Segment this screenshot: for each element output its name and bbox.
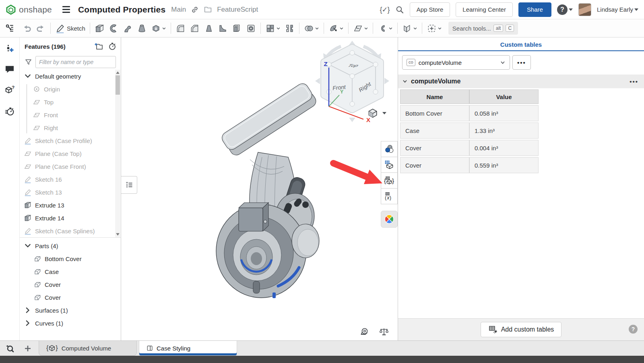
new-folder-icon[interactable] <box>94 42 103 51</box>
section-options-icon[interactable]: ••• <box>630 78 638 85</box>
tree-item[interactable]: Right <box>20 121 121 134</box>
tree-item-label: Origin <box>44 86 60 93</box>
model-viewport[interactable]: Top Front Right Z X Y <box>121 37 398 340</box>
part-item-label: Cover <box>45 281 61 288</box>
configurations-icon[interactable] <box>4 43 15 54</box>
modify-surface-button[interactable] <box>327 22 345 35</box>
featurescript-icon[interactable]: {✓} <box>380 5 390 14</box>
filter-input[interactable] <box>35 56 116 68</box>
tree-item[interactable]: Plane (Case Top) <box>20 147 121 160</box>
feature-list-flyout-tab[interactable] <box>121 176 137 194</box>
loft-button[interactable] <box>135 22 149 35</box>
curve-button[interactable] <box>376 22 394 35</box>
sketch-button[interactable]: Sketch <box>54 22 87 35</box>
sweep-button[interactable] <box>121 22 134 35</box>
thicken-button[interactable] <box>149 22 168 35</box>
color-wheel-button[interactable] <box>381 211 398 228</box>
part-item-label: Cover <box>45 294 61 301</box>
tree-group-header[interactable]: Curves (1) <box>20 317 121 330</box>
draft-button[interactable] <box>202 22 215 35</box>
scroll-down-icon[interactable] <box>115 232 120 237</box>
mirror-button[interactable] <box>283 22 296 35</box>
filter-funnel-icon[interactable] <box>25 58 32 66</box>
transform-button[interactable] <box>425 22 444 35</box>
plane-button[interactable] <box>351 22 370 35</box>
scroll-up-icon[interactable] <box>115 70 120 75</box>
tree-item[interactable]: Sketch 13 <box>20 186 121 199</box>
redo-button[interactable] <box>34 22 47 35</box>
chevron-right-icon[interactable] <box>24 306 32 314</box>
view-mode-button[interactable] <box>367 108 386 118</box>
tree-item[interactable]: Plane (Case Front) <box>20 160 121 173</box>
chevron-down-icon[interactable] <box>24 242 32 250</box>
rib-button[interactable] <box>216 22 229 35</box>
link-icon[interactable] <box>191 6 199 14</box>
share-button[interactable]: Share <box>518 2 551 17</box>
fillet-button[interactable] <box>174 22 187 35</box>
help-menu[interactable]: ? <box>557 4 573 15</box>
boolean-button[interactable] <box>302 22 321 35</box>
appearance-panel-button[interactable] <box>381 141 398 157</box>
user-avatar[interactable] <box>578 3 591 16</box>
feature-timing-icon[interactable] <box>108 42 117 51</box>
rotate-down-icon <box>349 118 355 122</box>
comments-icon[interactable] <box>4 64 15 75</box>
extrude-button[interactable] <box>93 22 106 35</box>
user-menu[interactable]: Lindsay Early <box>597 6 638 13</box>
custom-features-button[interactable]: ( x ) <box>381 188 398 204</box>
computevolume-section-header[interactable]: computeVolume ••• <box>398 75 644 88</box>
part-help-cube-icon[interactable]: ? <box>4 85 15 95</box>
tree-item[interactable]: Extrude 14 <box>20 212 121 224</box>
table-row: Bottom Cover0.058 in³ <box>400 105 539 121</box>
document-menu-icon[interactable] <box>62 6 70 13</box>
tree-item[interactable]: Front <box>20 108 121 121</box>
table-selector-dropdown[interactable]: co computeVolume <box>402 55 510 70</box>
surface-button[interactable] <box>400 22 419 35</box>
chevron-down-icon <box>402 79 408 84</box>
tree-item[interactable]: Sketch 16 <box>20 173 121 186</box>
3d-model[interactable] <box>202 72 330 322</box>
table-options-button[interactable]: ••• <box>512 55 531 70</box>
add-tab-button[interactable] <box>19 341 36 356</box>
search-icon[interactable] <box>395 5 404 14</box>
tree-item[interactable]: Default geometry <box>20 70 121 83</box>
part-item[interactable]: Bottom Cover <box>20 252 121 265</box>
revolve-button[interactable] <box>107 22 120 35</box>
search-tabs-button[interactable] <box>0 341 19 356</box>
app-store-button[interactable]: App Store <box>410 2 450 17</box>
performance-icon[interactable] <box>4 106 15 116</box>
part-item[interactable]: Cover <box>20 278 121 291</box>
tab-case-styling[interactable]: Case Styling <box>139 341 237 356</box>
shell-button[interactable] <box>230 22 244 35</box>
part-item[interactable]: Case <box>20 265 121 278</box>
chevron-down-icon[interactable] <box>24 72 32 80</box>
linear-pattern-button[interactable] <box>264 22 282 35</box>
folder-name[interactable]: FeatureScript <box>217 6 258 14</box>
undo-button[interactable] <box>20 22 33 35</box>
tree-item[interactable]: Sketch (Case Splines) <box>20 224 121 237</box>
custom-tables-tab[interactable]: Custom tables <box>500 41 542 48</box>
hole-button[interactable] <box>244 22 258 35</box>
tree-group-header[interactable]: Parts (4) <box>20 239 121 252</box>
chamfer-button[interactable] <box>188 22 201 35</box>
part-item[interactable]: Cover <box>20 291 121 304</box>
tree-item[interactable]: Sketch (Case Profile) <box>20 134 121 147</box>
tab-computed-volume[interactable]: {}Computed Volume <box>39 341 137 356</box>
scrollbar-thumb[interactable] <box>116 75 120 95</box>
tree-group-header[interactable]: Surfaces (1) <box>20 304 121 317</box>
search-tools-input[interactable]: Search tools... altC <box>448 22 518 35</box>
tree-item[interactable]: Extrude 13 <box>20 199 121 212</box>
plane-icon <box>33 111 41 119</box>
tape-measure-icon[interactable] <box>359 327 370 337</box>
workspace-name[interactable]: Main <box>171 6 186 14</box>
learning-center-button[interactable]: Learning Center <box>456 2 513 17</box>
chevron-right-icon[interactable] <box>24 319 32 327</box>
onshape-logo[interactable]: onshape <box>6 4 52 15</box>
help-icon[interactable]: ? <box>629 325 638 334</box>
tree-item[interactable]: Origin <box>20 83 121 95</box>
feature-tree-scrollbar[interactable] <box>115 70 120 237</box>
mass-properties-icon[interactable] <box>379 327 389 337</box>
tree-item[interactable]: Top <box>20 95 121 108</box>
add-custom-tables-button[interactable]: Add custom tables <box>481 322 562 337</box>
feature-list-icon[interactable] <box>4 23 15 33</box>
